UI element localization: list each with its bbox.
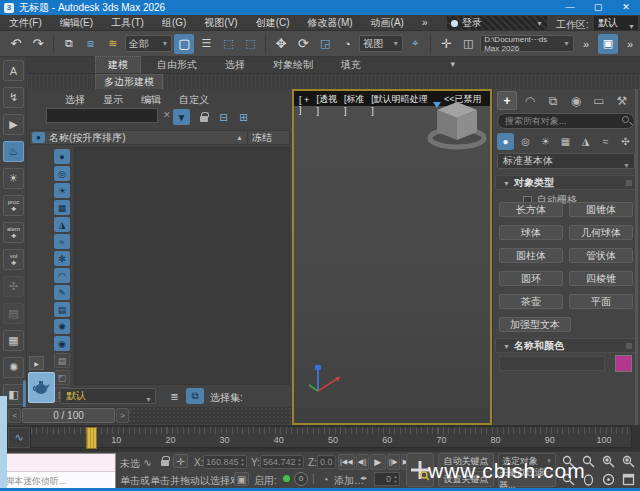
go-to-start-button[interactable]: |◀◀ xyxy=(338,454,355,470)
y-coordinate-field[interactable]: 564.742▲▼ xyxy=(260,455,304,469)
frame-spinner-field[interactable]: 0▲▼ xyxy=(374,472,400,486)
timeline-ruler[interactable]: 102030405060708090100 xyxy=(30,426,632,448)
name-color-rollout[interactable]: ▼名称和颜色 xyxy=(495,338,637,353)
menu-item[interactable]: 编辑(E) xyxy=(51,15,102,31)
tab-create[interactable]: + xyxy=(497,91,517,110)
expand-arrow-button[interactable]: ▶ xyxy=(29,356,44,370)
explorer-search-input[interactable] xyxy=(46,108,158,123)
gear-list-icon[interactable]: ▤ xyxy=(3,303,24,324)
hierarchy-view-icon[interactable]: ⊟ xyxy=(215,109,232,125)
isolate-count-badge[interactable]: 0 xyxy=(294,472,308,486)
unlink-icon[interactable]: ⧈ xyxy=(81,34,101,54)
select-object-icon[interactable]: ▢ xyxy=(174,34,194,54)
orbit-icon[interactable] xyxy=(600,471,617,487)
menu-item[interactable]: 视图(V) xyxy=(195,15,246,31)
tab-hierarchy[interactable]: ⧉ xyxy=(543,91,563,110)
workspace-dropdown[interactable]: 默认▼ xyxy=(594,16,638,30)
object-search-input[interactable]: 搜索所有对象... xyxy=(497,113,635,129)
maximize-viewport-icon[interactable] xyxy=(620,471,637,487)
object-type-rollout[interactable]: ▼对象类型 xyxy=(495,175,637,190)
primitive-button[interactable]: 四棱锥 xyxy=(569,271,633,286)
viewcube[interactable] xyxy=(424,96,490,150)
hidden-filter-icon[interactable]: ◉ xyxy=(54,336,70,351)
ribbon-tab[interactable]: 填充 xyxy=(329,57,373,73)
select-by-name-icon[interactable]: ☰ xyxy=(196,34,216,54)
play-button[interactable]: ▶ xyxy=(370,454,386,470)
object-name-input[interactable] xyxy=(499,356,605,371)
time-config-icon[interactable]: ◔ xyxy=(318,472,333,486)
gears-icon[interactable]: ✣ xyxy=(3,276,24,297)
spinner-arrows-icon[interactable]: ◂▸ xyxy=(360,474,367,482)
lock-icon[interactable] xyxy=(157,454,172,468)
toolbar-overflow[interactable]: » xyxy=(576,34,596,54)
explorer-menu-item[interactable]: 选择 xyxy=(59,92,91,108)
mirror-icon[interactable]: ◫ xyxy=(458,34,478,54)
next-key-button[interactable]: ||▶ xyxy=(387,454,400,470)
selection-lock-icon[interactable]: ∿ xyxy=(140,455,155,469)
window-crossing-icon[interactable]: ⬚ xyxy=(240,34,260,54)
primitive-button[interactable]: 圆锥体 xyxy=(569,202,633,217)
ribbon-tab[interactable]: 建模 xyxy=(95,56,141,73)
primitive-button[interactable]: 茶壶 xyxy=(499,294,563,309)
filter-icon[interactable]: ▼ xyxy=(173,109,190,125)
link-set-icon[interactable]: ⧉ xyxy=(186,388,204,404)
snap-toggle-icon[interactable]: ✛ xyxy=(436,34,456,54)
time-slider-handle[interactable]: 0 / 100 xyxy=(22,408,115,423)
select-scale-icon[interactable]: ◲ xyxy=(315,34,335,54)
ribbon-collapse-icon[interactable]: ▾ xyxy=(450,59,455,69)
flat-view-icon[interactable]: ⊞ xyxy=(235,109,252,125)
geometry-filter-icon[interactable]: ● xyxy=(54,149,70,164)
next-frame-button[interactable]: > xyxy=(116,408,129,423)
category-helpers[interactable]: ◮ xyxy=(577,133,594,150)
menu-item[interactable]: 组(G) xyxy=(153,15,195,31)
helpers-filter-icon[interactable]: ◮ xyxy=(54,217,70,232)
display-set-dropdown[interactable]: 默认▼ xyxy=(60,388,156,404)
signin-button[interactable]: 登录 ▼ xyxy=(447,16,547,30)
redo-icon[interactable]: ↷ xyxy=(28,34,48,54)
select-place-icon[interactable]: ◔ xyxy=(337,34,357,54)
viewport-general-menu[interactable]: [ + ] xyxy=(299,95,314,115)
zoom-extents-all-icon[interactable] xyxy=(620,453,637,469)
menu-item[interactable]: 工具(T) xyxy=(102,15,153,31)
frozen-column-header[interactable]: 冻结 xyxy=(247,131,289,145)
menu-item[interactable]: 修改器(M) xyxy=(299,15,362,31)
prev-frame-button[interactable]: < xyxy=(8,408,21,423)
x-coordinate-field[interactable]: 160.845▲▼ xyxy=(203,455,247,469)
ribbon-subtab-polygon-modeling[interactable]: 多边形建模 xyxy=(95,74,163,89)
display-column-icon[interactable]: ● xyxy=(32,132,45,143)
timeline-playhead[interactable] xyxy=(86,427,97,449)
explorer-column-header[interactable]: ● 名称(按升序排序) ▲ 冻结 xyxy=(29,130,290,145)
bones-filter-icon[interactable]: ◠ xyxy=(54,268,70,283)
command-panel-scrollbar[interactable] xyxy=(635,89,638,425)
menu-item[interactable]: 动画(A) xyxy=(362,15,413,31)
toolbar-overflow-2[interactable]: » xyxy=(620,34,640,54)
ribbon-tab[interactable]: 选择 xyxy=(213,57,257,73)
z-coordinate-field[interactable]: 0.0 xyxy=(317,455,336,469)
tab-display[interactable]: ▭ xyxy=(589,91,609,110)
viewport-shading-menu[interactable]: [默认明暗处理 ] xyxy=(371,93,430,116)
scene-explorer-teapot-icon[interactable] xyxy=(28,372,55,403)
minimize-button[interactable]: — xyxy=(556,0,584,15)
containers-filter-icon[interactable]: ▤ xyxy=(54,302,70,317)
perspective-viewport[interactable]: [ + ] [透视 ] [标准 ] [默认明暗处理 ] <<已禁用>> xyxy=(292,89,492,425)
alem-create-icon[interactable]: alem✚ xyxy=(3,222,24,243)
sort-ascending-icon[interactable]: ▲ xyxy=(236,134,247,141)
primitive-button[interactable]: 管状体 xyxy=(569,248,633,263)
menu-overflow[interactable]: » xyxy=(413,15,437,31)
explorer-list-area[interactable] xyxy=(74,147,290,385)
primitive-button[interactable]: 圆柱体 xyxy=(499,248,563,263)
bind-spacewarp-icon[interactable]: ≋ xyxy=(103,34,123,54)
reference-coordsys-dropdown[interactable]: 视图▼ xyxy=(359,35,403,52)
prev-key-button[interactable]: ◀|| xyxy=(356,454,369,470)
object-color-swatch[interactable] xyxy=(615,355,632,372)
maximize-button[interactable]: ▢ xyxy=(584,0,612,15)
isolate-selection-icon[interactable]: ▣ xyxy=(234,472,249,486)
explorer-menu-item[interactable]: 编辑 xyxy=(135,92,167,108)
category-spacewarps[interactable]: ≈ xyxy=(597,133,614,150)
list-view-icon[interactable]: ▤ xyxy=(54,353,70,368)
layers-icon[interactable]: ≣ xyxy=(166,388,183,404)
tab-utilities[interactable]: ⚒ xyxy=(612,91,632,110)
mini-curve-editor-icon[interactable]: ∿ xyxy=(8,427,30,448)
category-lights[interactable]: ☀ xyxy=(537,133,554,150)
tab-modify[interactable]: ◠ xyxy=(520,91,540,110)
